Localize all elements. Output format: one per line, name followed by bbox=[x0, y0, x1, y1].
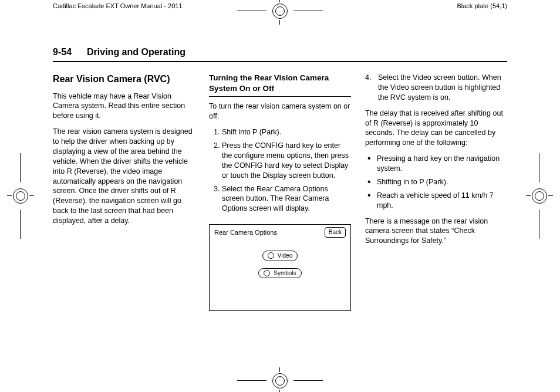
registration-mark-top bbox=[272, 4, 288, 19]
registration-mark-bottom bbox=[272, 373, 288, 388]
paragraph: To turn the rear vision camera system on… bbox=[209, 102, 351, 121]
figure-option-label: Video bbox=[278, 252, 292, 260]
list-item: Select the Video screen button. When the… bbox=[378, 73, 507, 103]
figure-option-symbols: Symbols bbox=[258, 268, 301, 279]
column-3: 4. Select the Video screen button. When … bbox=[365, 73, 507, 311]
page-content: 9-54 Driving and Operating Rear Vision C… bbox=[53, 47, 507, 363]
list-item: Shifting in to P (Park). bbox=[365, 177, 507, 187]
subsection-title: Turning the Rear Vision Camera System On… bbox=[209, 73, 351, 97]
paragraph: This vehicle may have a Rear Vision Came… bbox=[53, 92, 195, 121]
radio-icon bbox=[264, 270, 270, 276]
running-head: 9-54 Driving and Operating bbox=[53, 47, 507, 62]
list-item: Pressing a hard key on the navigation sy… bbox=[365, 154, 507, 174]
list-item: Reach a vehicle speed of 11 km/h 7 mph. bbox=[365, 191, 507, 211]
paragraph: There is a message on the rear vision ca… bbox=[365, 217, 507, 246]
bullet-list: Pressing a hard key on the navigation sy… bbox=[365, 154, 507, 210]
figure-option-label: Symbols bbox=[274, 269, 296, 278]
figure-back-button: Back bbox=[325, 227, 346, 238]
chapter-title: Driving and Operating bbox=[87, 47, 185, 58]
list-number: 4. bbox=[365, 73, 373, 103]
paragraph: The rear vision camera system is designe… bbox=[53, 127, 195, 226]
registration-mark-left bbox=[13, 188, 28, 204]
column-2: Turning the Rear Vision Camera System On… bbox=[209, 73, 351, 311]
figure-option-video: Video bbox=[262, 251, 298, 261]
list-item: Shift into P (Park). bbox=[222, 127, 351, 137]
crop-left-header: Cadillac Escalade EXT Owner Manual - 201… bbox=[53, 2, 183, 9]
figure-rear-camera-options: Rear Camera Options Back Video Symbols bbox=[209, 224, 351, 311]
paragraph: The delay that is received after shiftin… bbox=[365, 109, 507, 148]
column-1: Rear Vision Camera (RVC) This vehicle ma… bbox=[53, 73, 195, 311]
figure-title: Rear Camera Options bbox=[214, 228, 277, 237]
ordered-list: Shift into P (Park). Press the CONFIG ha… bbox=[209, 127, 351, 214]
list-item: Select the Rear Camera Options screen bu… bbox=[222, 184, 351, 214]
radio-icon bbox=[268, 252, 274, 259]
crop-right-header: Black plate (54,1) bbox=[457, 2, 507, 9]
page-number: 9-54 bbox=[53, 47, 72, 58]
registration-mark-right bbox=[532, 188, 547, 204]
list-item: Press the CONFIG hard key to enter the c… bbox=[222, 141, 351, 181]
section-title-rvc: Rear Vision Camera (RVC) bbox=[53, 73, 195, 86]
